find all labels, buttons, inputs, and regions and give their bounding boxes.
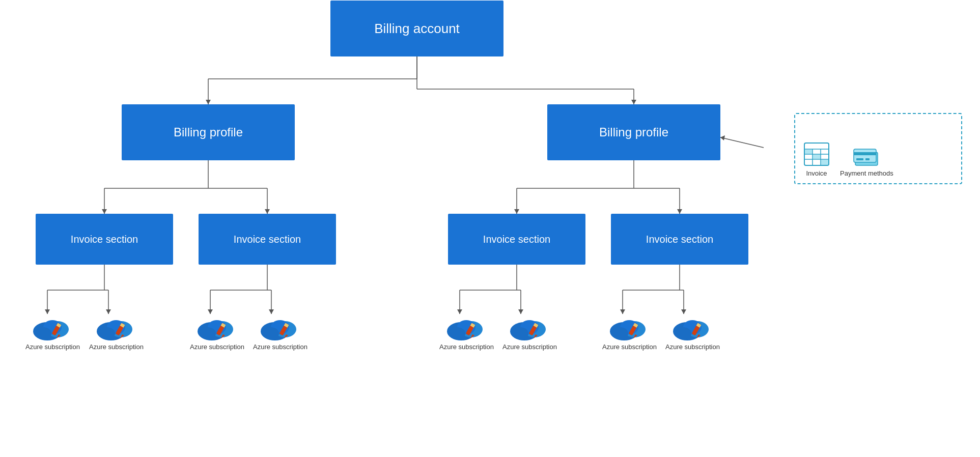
billing-profile-left-box: Billing profile — [122, 104, 295, 160]
azure-cloud-icon-8 — [672, 313, 713, 341]
invoice-section-4-box: Invoice section — [611, 214, 748, 265]
azure-cloud-icon-6 — [509, 313, 550, 341]
azure-sub-label-1: Azure subscription — [25, 343, 80, 351]
azure-cloud-icon-3 — [197, 313, 237, 341]
svg-marker-3 — [206, 100, 211, 104]
svg-rect-116 — [821, 160, 828, 165]
svg-marker-14 — [265, 209, 270, 214]
azure-sub-label-4: Azure subscription — [253, 343, 307, 351]
svg-rect-121 — [865, 158, 870, 160]
payment-methods-icon — [853, 148, 880, 166]
azure-sub-6: Azure subscription — [502, 313, 557, 351]
azure-cloud-icon-2 — [96, 313, 136, 341]
svg-rect-115 — [813, 155, 820, 159]
svg-rect-118 — [854, 149, 876, 162]
invoice-section-3-box: Invoice section — [448, 214, 585, 265]
svg-point-62 — [99, 327, 115, 339]
svg-point-83 — [449, 327, 465, 339]
svg-point-55 — [35, 327, 51, 339]
svg-point-104 — [675, 327, 691, 339]
payment-methods-label: Payment methods — [840, 169, 893, 177]
diagram-container: Billing account Billing profile Billing … — [0, 0, 980, 457]
azure-sub-label-6: Azure subscription — [502, 343, 557, 351]
azure-sub-label-8: Azure subscription — [665, 343, 720, 351]
svg-rect-120 — [856, 158, 863, 160]
azure-cloud-icon-4 — [260, 313, 300, 341]
svg-marker-7 — [631, 100, 636, 104]
invoice-section-2-box: Invoice section — [199, 214, 336, 265]
azure-sub-label-5: Azure subscription — [439, 343, 494, 351]
svg-marker-18 — [514, 209, 519, 214]
azure-sub-4: Azure subscription — [253, 313, 307, 351]
invoice-icon — [803, 142, 830, 166]
svg-point-76 — [263, 327, 279, 339]
invoice-callout-item: Invoice — [803, 142, 830, 177]
azure-sub-3: Azure subscription — [190, 313, 244, 351]
svg-marker-51 — [720, 135, 725, 140]
svg-rect-114 — [805, 150, 812, 154]
svg-point-97 — [612, 327, 628, 339]
invoice-section-1-box: Invoice section — [36, 214, 173, 265]
svg-marker-21 — [677, 209, 682, 214]
azure-sub-7: Azure subscription — [602, 313, 657, 351]
azure-cloud-icon-7 — [609, 313, 650, 341]
payment-methods-callout-item: Payment methods — [840, 148, 893, 177]
azure-sub-8: Azure subscription — [665, 313, 720, 351]
azure-sub-label-3: Azure subscription — [190, 343, 244, 351]
callout-box: Invoice Payment methods — [794, 113, 962, 184]
svg-point-69 — [200, 327, 216, 339]
invoice-label: Invoice — [806, 169, 827, 177]
svg-line-50 — [720, 137, 764, 148]
azure-sub-1: Azure subscription — [25, 313, 80, 351]
azure-sub-label-7: Azure subscription — [602, 343, 657, 351]
billing-profile-right-box: Billing profile — [547, 104, 720, 160]
svg-point-90 — [512, 327, 528, 339]
azure-sub-5: Azure subscription — [439, 313, 494, 351]
billing-account-box: Billing account — [330, 1, 503, 56]
azure-sub-2: Azure subscription — [89, 313, 144, 351]
azure-sub-label-2: Azure subscription — [89, 343, 144, 351]
svg-rect-119 — [854, 152, 876, 155]
azure-cloud-icon-1 — [32, 313, 73, 341]
azure-cloud-icon-5 — [446, 313, 487, 341]
svg-marker-11 — [102, 209, 107, 214]
